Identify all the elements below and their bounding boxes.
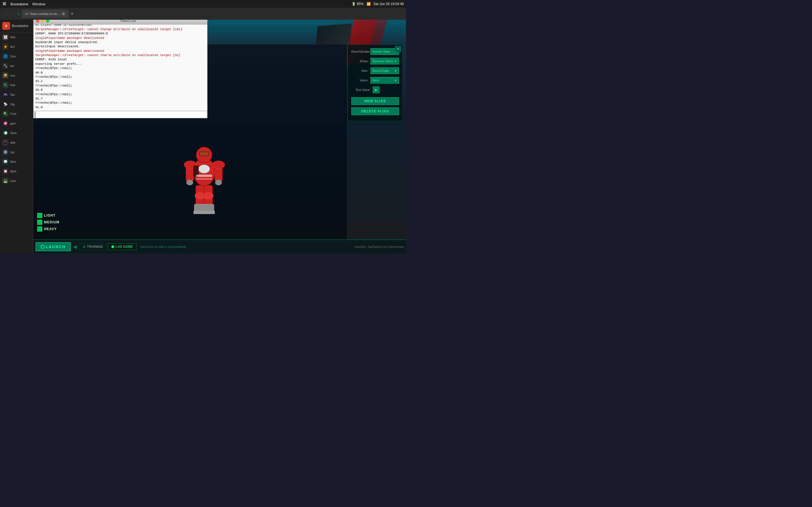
bottom-nav-left[interactable]: ◀ [72, 242, 78, 251]
armor-medium-button[interactable]: MEDIUM [37, 220, 59, 225]
console-line: CDROP: 4133 local [35, 57, 206, 62]
console-line: 42.1 [35, 79, 206, 83]
race-gender-dropdown[interactable]: Human Male ▼ [370, 48, 399, 55]
browser-chrome: ← → ↻ 🏷 Team combat on an... ✕ + [0, 8, 406, 20]
sidebar-item-sys[interactable]: ⚙️ sys [0, 147, 33, 157]
svg-point-8 [186, 180, 193, 185]
menubar-window[interactable]: Window [33, 2, 45, 6]
svg-rect-19 [202, 211, 215, 214]
race-gender-row: Race/Gender: Human Male ▼ [351, 48, 399, 55]
delete-alias-button[interactable]: DELETE ALIAS [351, 107, 399, 115]
sidebar-logo: B [2, 22, 10, 30]
menubar: ⌘ Boxedwine Window 🔋 85% 📶 Sat Jun 26 19… [0, 0, 406, 8]
armor-buttons: LIGHT MEDIUM HEAVY [37, 213, 59, 231]
nav-reload-button[interactable]: ↻ [16, 10, 22, 18]
skin-dropdown[interactable]: Blood Eagle ▼ [370, 67, 399, 74]
svg-rect-22 [196, 178, 212, 180]
test-voice-icon: ▶ [375, 88, 377, 92]
console-line: TargetManager::cFreeTarget: cannot chang… [35, 27, 206, 32]
console-body[interactable]: CDROP: 3988 IPX:00000000:0000FF00FFFF:05… [34, 24, 207, 111]
launch-icon [41, 245, 45, 249]
new-alias-button[interactable]: NEW ALIAS [351, 97, 399, 105]
console-input[interactable] [35, 112, 206, 118]
panel-close-button[interactable]: ✕ [395, 46, 401, 52]
sidebar-item-win[interactable]: 🪟 Win [0, 33, 33, 42]
console-line: 31.7 [35, 97, 206, 101]
sidebar-item-adb[interactable]: 📱 adb [0, 138, 33, 147]
tab-close-button[interactable]: ✕ [61, 12, 65, 16]
sidebar-item-label-ker: ker [10, 64, 14, 68]
sidebar-item-icon-con: 📦 [2, 72, 8, 78]
sidebar-item-act[interactable]: ⚡ Act [0, 42, 33, 52]
console-line: ==>echo($fps::real); [35, 75, 206, 79]
race-gender-label: Race/Gender: [351, 50, 368, 53]
show-value: Dynamix Skins [372, 59, 393, 63]
sidebar-item-sig[interactable]: 📡 Sig [0, 100, 33, 109]
sidebar-item-ker[interactable]: 🔧 ker [0, 61, 33, 71]
menubar-app-name[interactable]: Boxedwine [10, 2, 29, 6]
apple-icon[interactable]: ⌘ [2, 1, 6, 6]
sidebar-item-label-int: Inte [10, 83, 15, 87]
show-arrow: ▼ [394, 60, 397, 63]
sidebar-item-label-adb: adb [10, 141, 15, 144]
sidebar-header: B Boxedwine [0, 20, 33, 33]
console-line: singlePlayerGame packages deactivated [35, 36, 206, 40]
console-line: CDROP: 6000 IPX:E72E0000:E72E00000000:0 [35, 32, 206, 36]
launch-label: LAUNCH [46, 244, 66, 249]
race-gender-value: Human Male [372, 50, 390, 53]
armor-medium-label: MEDIUM [44, 220, 59, 224]
voice-dropdown[interactable]: Hero ▼ [370, 77, 399, 83]
svg-point-11 [215, 180, 222, 185]
lan-game-indicator [111, 245, 114, 248]
browser-tab[interactable]: 🏷 Team combat on an... ✕ [22, 10, 69, 18]
status-text: SpinFusor.ch Mirror (Switzerland) [140, 245, 186, 248]
sidebar-item-icon-sig: 📡 [2, 101, 8, 107]
sidebar-title: Boxedwine [12, 24, 29, 28]
sidebar-item-com[interactable]: 💻 com [0, 176, 33, 186]
armor-light-button[interactable]: LIGHT [37, 213, 59, 218]
training-label: TRAINING [87, 245, 103, 249]
sidebar-item-mes[interactable]: 💬 Mes [0, 157, 33, 166]
new-tab-button[interactable]: + [69, 10, 75, 17]
sidebar-item-label-sig: Sig [10, 103, 15, 106]
show-row: Show: Dynamix Skins ▼ [351, 58, 399, 64]
sidebar-item-icon-ste: 🎮 [2, 92, 8, 98]
sidebar-item-icon-mod: 🔲 [2, 168, 8, 174]
show-dropdown[interactable]: Dynamix Skins ▼ [370, 58, 399, 64]
test-voice-button[interactable]: ▶ [373, 87, 379, 93]
nav-forward-button[interactable]: → [9, 10, 16, 17]
sidebar-item-ste2[interactable]: 💨 Stea [0, 128, 33, 138]
sidebar-item-icon-act: ⚡ [2, 44, 8, 50]
bottom-bar: LAUNCH ◀ TRAINING LAN GAME SpinFusor.ch … [33, 239, 406, 253]
sidebar-item-gam[interactable]: 🎯 gam [0, 119, 33, 128]
sidebar-item-con[interactable]: 📦 con [0, 71, 33, 80]
sidebar-item-mod[interactable]: 🔲 Mod [0, 166, 33, 176]
armor-heavy-button[interactable]: HEAVY [37, 226, 59, 231]
skin-arrow: ▼ [394, 69, 397, 72]
launch-button[interactable]: LAUNCH [36, 242, 71, 251]
sidebar-item-ste[interactable]: 🎮 Ste [0, 90, 33, 100]
sidebar-item-icon-ker: 🔧 [2, 63, 8, 69]
sidebar-item-label-act: Act [10, 45, 15, 48]
lan-game-tab[interactable]: LAN GAME [108, 243, 137, 250]
console-line: 31.0 [35, 105, 206, 110]
sidebar-item-icon-win: 🪟 [2, 34, 8, 40]
sidebar-item-label-fin: Find [10, 112, 16, 115]
sidebar-item-label-com: com [10, 179, 16, 182]
character-figure [169, 132, 239, 223]
menubar-wifi: 📶 [366, 2, 371, 6]
sidebar-item-goo[interactable]: 🌐 Goo [0, 52, 33, 61]
menubar-datetime: Sat Jun 26 19:04:49 [373, 2, 404, 6]
nav-back-button[interactable]: ← [2, 10, 9, 17]
sidebar-item-fin[interactable]: 🔍 Find [0, 109, 33, 119]
sidebar-item-label-sys: sys [10, 151, 15, 154]
sidebar-item-icon-adb: 📱 [2, 139, 8, 146]
console-input-bar [34, 111, 207, 118]
console-line: TargetManager::cFreeTarget: cannot chang… [35, 53, 206, 57]
armor-light-label: LIGHT [44, 214, 56, 217]
sidebar-item-int[interactable]: 🔌 Inte [0, 80, 33, 90]
training-tab[interactable]: TRAINING [79, 243, 107, 250]
sidebar-item-icon-int: 🔌 [2, 82, 8, 88]
skin-row: Skin: Blood Eagle ▼ [351, 67, 399, 74]
armor-light-indicator [37, 213, 42, 218]
